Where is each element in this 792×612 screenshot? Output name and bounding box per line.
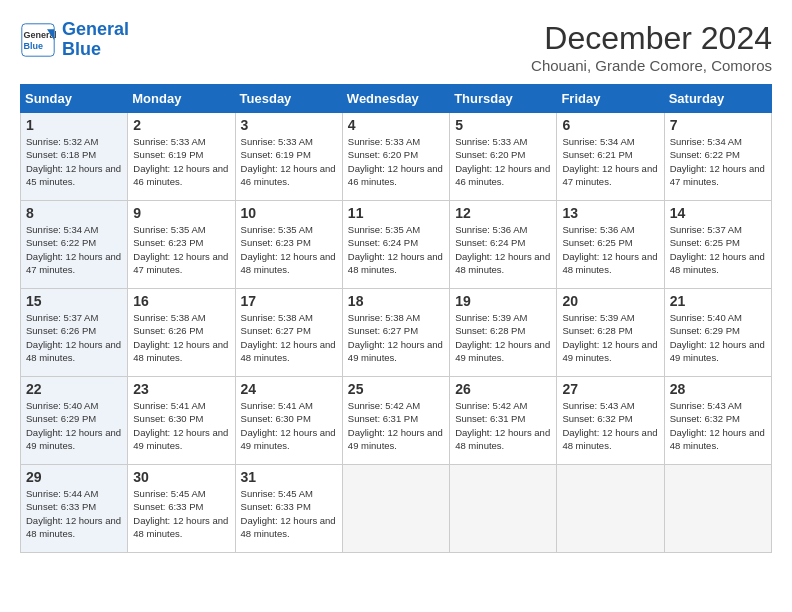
day-info: Sunrise: 5:32 AM Sunset: 6:18 PM Dayligh…	[26, 135, 122, 188]
day-number: 24	[241, 381, 337, 397]
calendar-cell	[450, 465, 557, 553]
day-number: 22	[26, 381, 122, 397]
day-info: Sunrise: 5:41 AM Sunset: 6:30 PM Dayligh…	[133, 399, 229, 452]
month-title: December 2024	[531, 20, 772, 57]
calendar-week-3: 15 Sunrise: 5:37 AM Sunset: 6:26 PM Dayl…	[21, 289, 772, 377]
calendar-cell: 7 Sunrise: 5:34 AM Sunset: 6:22 PM Dayli…	[664, 113, 771, 201]
sunset-label: Sunset: 6:33 PM	[241, 501, 311, 512]
day-number: 10	[241, 205, 337, 221]
sunset-label: Sunset: 6:21 PM	[562, 149, 632, 160]
calendar-cell: 6 Sunrise: 5:34 AM Sunset: 6:21 PM Dayli…	[557, 113, 664, 201]
calendar-cell: 30 Sunrise: 5:45 AM Sunset: 6:33 PM Dayl…	[128, 465, 235, 553]
daylight-label: Daylight: 12 hours and 49 minutes.	[670, 339, 765, 363]
sunrise-label: Sunrise: 5:38 AM	[241, 312, 313, 323]
title-area: December 2024 Chouani, Grande Comore, Co…	[531, 20, 772, 74]
daylight-label: Daylight: 12 hours and 48 minutes.	[455, 427, 550, 451]
sunset-label: Sunset: 6:25 PM	[670, 237, 740, 248]
day-info: Sunrise: 5:43 AM Sunset: 6:32 PM Dayligh…	[670, 399, 766, 452]
day-number: 17	[241, 293, 337, 309]
day-number: 12	[455, 205, 551, 221]
day-info: Sunrise: 5:33 AM Sunset: 6:20 PM Dayligh…	[348, 135, 444, 188]
daylight-label: Daylight: 12 hours and 48 minutes.	[562, 427, 657, 451]
calendar-cell: 28 Sunrise: 5:43 AM Sunset: 6:32 PM Dayl…	[664, 377, 771, 465]
col-thursday: Thursday	[450, 85, 557, 113]
sunrise-label: Sunrise: 5:35 AM	[241, 224, 313, 235]
sunset-label: Sunset: 6:33 PM	[26, 501, 96, 512]
day-info: Sunrise: 5:35 AM Sunset: 6:24 PM Dayligh…	[348, 223, 444, 276]
sunset-label: Sunset: 6:31 PM	[455, 413, 525, 424]
sunset-label: Sunset: 6:33 PM	[133, 501, 203, 512]
daylight-label: Daylight: 12 hours and 48 minutes.	[670, 251, 765, 275]
calendar-cell: 11 Sunrise: 5:35 AM Sunset: 6:24 PM Dayl…	[342, 201, 449, 289]
daylight-label: Daylight: 12 hours and 49 minutes.	[26, 427, 121, 451]
sunset-label: Sunset: 6:22 PM	[26, 237, 96, 248]
day-info: Sunrise: 5:44 AM Sunset: 6:33 PM Dayligh…	[26, 487, 122, 540]
day-number: 7	[670, 117, 766, 133]
day-info: Sunrise: 5:34 AM Sunset: 6:22 PM Dayligh…	[26, 223, 122, 276]
sunrise-label: Sunrise: 5:42 AM	[348, 400, 420, 411]
sunrise-label: Sunrise: 5:45 AM	[241, 488, 313, 499]
daylight-label: Daylight: 12 hours and 49 minutes.	[455, 339, 550, 363]
daylight-label: Daylight: 12 hours and 48 minutes.	[133, 339, 228, 363]
day-info: Sunrise: 5:37 AM Sunset: 6:26 PM Dayligh…	[26, 311, 122, 364]
calendar-cell	[664, 465, 771, 553]
calendar-cell: 19 Sunrise: 5:39 AM Sunset: 6:28 PM Dayl…	[450, 289, 557, 377]
calendar-cell: 3 Sunrise: 5:33 AM Sunset: 6:19 PM Dayli…	[235, 113, 342, 201]
daylight-label: Daylight: 12 hours and 49 minutes.	[133, 427, 228, 451]
calendar-week-5: 29 Sunrise: 5:44 AM Sunset: 6:33 PM Dayl…	[21, 465, 772, 553]
calendar-cell: 20 Sunrise: 5:39 AM Sunset: 6:28 PM Dayl…	[557, 289, 664, 377]
sunset-label: Sunset: 6:26 PM	[133, 325, 203, 336]
daylight-label: Daylight: 12 hours and 49 minutes.	[348, 339, 443, 363]
sunrise-label: Sunrise: 5:33 AM	[241, 136, 313, 147]
calendar-cell: 27 Sunrise: 5:43 AM Sunset: 6:32 PM Dayl…	[557, 377, 664, 465]
daylight-label: Daylight: 12 hours and 48 minutes.	[670, 427, 765, 451]
day-info: Sunrise: 5:33 AM Sunset: 6:20 PM Dayligh…	[455, 135, 551, 188]
sunset-label: Sunset: 6:28 PM	[455, 325, 525, 336]
sunset-label: Sunset: 6:27 PM	[241, 325, 311, 336]
calendar-week-4: 22 Sunrise: 5:40 AM Sunset: 6:29 PM Dayl…	[21, 377, 772, 465]
calendar-cell: 22 Sunrise: 5:40 AM Sunset: 6:29 PM Dayl…	[21, 377, 128, 465]
logo-text: General Blue	[62, 20, 129, 60]
sunrise-label: Sunrise: 5:33 AM	[348, 136, 420, 147]
day-number: 28	[670, 381, 766, 397]
sunset-label: Sunset: 6:20 PM	[348, 149, 418, 160]
day-info: Sunrise: 5:42 AM Sunset: 6:31 PM Dayligh…	[348, 399, 444, 452]
sunset-label: Sunset: 6:29 PM	[26, 413, 96, 424]
col-saturday: Saturday	[664, 85, 771, 113]
day-number: 23	[133, 381, 229, 397]
sunrise-label: Sunrise: 5:38 AM	[348, 312, 420, 323]
day-number: 9	[133, 205, 229, 221]
sunset-label: Sunset: 6:28 PM	[562, 325, 632, 336]
calendar-cell: 9 Sunrise: 5:35 AM Sunset: 6:23 PM Dayli…	[128, 201, 235, 289]
sunrise-label: Sunrise: 5:34 AM	[562, 136, 634, 147]
day-info: Sunrise: 5:45 AM Sunset: 6:33 PM Dayligh…	[241, 487, 337, 540]
logo-blue: Blue	[62, 39, 101, 59]
day-info: Sunrise: 5:38 AM Sunset: 6:27 PM Dayligh…	[348, 311, 444, 364]
day-number: 6	[562, 117, 658, 133]
day-info: Sunrise: 5:39 AM Sunset: 6:28 PM Dayligh…	[562, 311, 658, 364]
logo-general: General	[62, 19, 129, 39]
sunset-label: Sunset: 6:31 PM	[348, 413, 418, 424]
sunset-label: Sunset: 6:24 PM	[455, 237, 525, 248]
day-info: Sunrise: 5:35 AM Sunset: 6:23 PM Dayligh…	[241, 223, 337, 276]
day-info: Sunrise: 5:39 AM Sunset: 6:28 PM Dayligh…	[455, 311, 551, 364]
sunrise-label: Sunrise: 5:33 AM	[455, 136, 527, 147]
sunrise-label: Sunrise: 5:41 AM	[133, 400, 205, 411]
daylight-label: Daylight: 12 hours and 46 minutes.	[348, 163, 443, 187]
day-number: 14	[670, 205, 766, 221]
day-info: Sunrise: 5:36 AM Sunset: 6:25 PM Dayligh…	[562, 223, 658, 276]
logo: General Blue General Blue	[20, 20, 129, 60]
day-number: 13	[562, 205, 658, 221]
daylight-label: Daylight: 12 hours and 48 minutes.	[455, 251, 550, 275]
day-number: 26	[455, 381, 551, 397]
calendar-week-1: 1 Sunrise: 5:32 AM Sunset: 6:18 PM Dayli…	[21, 113, 772, 201]
day-number: 21	[670, 293, 766, 309]
day-number: 27	[562, 381, 658, 397]
day-info: Sunrise: 5:33 AM Sunset: 6:19 PM Dayligh…	[133, 135, 229, 188]
sunset-label: Sunset: 6:30 PM	[241, 413, 311, 424]
calendar-cell: 14 Sunrise: 5:37 AM Sunset: 6:25 PM Dayl…	[664, 201, 771, 289]
sunset-label: Sunset: 6:30 PM	[133, 413, 203, 424]
calendar-cell: 29 Sunrise: 5:44 AM Sunset: 6:33 PM Dayl…	[21, 465, 128, 553]
sunrise-label: Sunrise: 5:39 AM	[562, 312, 634, 323]
day-number: 30	[133, 469, 229, 485]
